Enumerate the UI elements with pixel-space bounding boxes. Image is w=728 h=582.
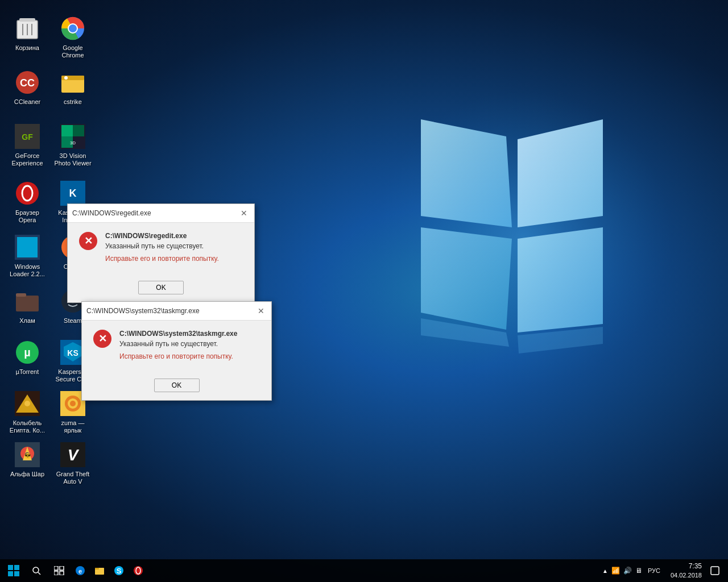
svg-rect-61	[8, 565, 13, 570]
explorer-icon	[94, 566, 105, 576]
taskbar-edge[interactable]: e	[71, 560, 90, 581]
utorrent-label: µTorrent	[16, 368, 39, 376]
opera-icon	[14, 180, 41, 207]
desktop-icon-kolybel[interactable]: КолыбельЕгипта. Ко...	[5, 386, 50, 438]
dialog-taskmgr-content: ✕ C:\WINDOWS\system32\taskmgr.exe Указан…	[82, 321, 271, 374]
3dvision-label: 3D VisionPhoto Viewer	[54, 152, 91, 167]
task-view-button[interactable]	[48, 559, 71, 582]
alfa-shar-label: Альфа Шар	[10, 471, 44, 478]
dialog-regedit-ok[interactable]: OK	[138, 281, 184, 294]
svg-rect-74	[95, 568, 99, 569]
taskbar-clock[interactable]: 7:35 04.02.2018	[666, 562, 706, 580]
clock-date: 04.02.2018	[671, 571, 702, 580]
desktop-icon-opera[interactable]: БраузерOpera	[5, 176, 50, 227]
svg-point-19	[64, 76, 68, 80]
edge-icon: e	[75, 566, 85, 576]
svg-text:KS: KS	[67, 348, 78, 357]
dialog-regedit-footer: OK	[68, 276, 254, 302]
dialog-regedit-close[interactable]: ✕	[238, 207, 250, 219]
tray-arrow[interactable]: ▲	[602, 568, 608, 574]
dialog-regedit-error: Указанный путь не существует.	[105, 242, 219, 250]
svg-text:CC: CC	[20, 77, 35, 89]
desktop-icon-cstrike[interactable]: cstrike	[50, 65, 96, 109]
desktop-icon-utorrent[interactable]: µ µTorrent	[5, 335, 50, 379]
svg-text:GF: GF	[22, 132, 33, 142]
desktop-icon-windows-loader[interactable]: WindowsLoader 2.2...	[5, 230, 50, 281]
geforce-icon: GF	[14, 123, 41, 150]
desktop-icon-geforce[interactable]: GF GeForceExperience	[5, 119, 50, 171]
notification-center[interactable]	[706, 559, 723, 582]
svg-text:K: K	[69, 188, 77, 199]
svg-line-66	[38, 572, 40, 575]
search-icon	[32, 566, 41, 575]
dialog-regedit-title: C:\WINDOWS\regedit.exe	[72, 209, 151, 217]
svg-rect-63	[8, 571, 13, 576]
opera-taskbar-icon	[133, 566, 143, 576]
svg-rect-69	[54, 571, 58, 575]
desktop-icon-ccleaner[interactable]: CC CCleaner	[5, 65, 50, 109]
dialog-regedit-content: ✕ C:\WINDOWS\regedit.exe Указанный путь …	[68, 223, 254, 276]
dialog-taskmgr-text: C:\WINDOWS\system32\taskmgr.exe Указанны…	[119, 330, 237, 365]
windows-start-icon	[8, 565, 19, 576]
dialog-taskmgr-footer: OK	[82, 374, 271, 400]
svg-point-65	[33, 567, 39, 573]
dialog-regedit-hint: Исправьте его и повторите попытку.	[105, 255, 219, 263]
dialog-taskmgr-filepath: C:\WINDOWS\system32\taskmgr.exe	[119, 330, 237, 338]
kolybel-icon	[14, 390, 41, 417]
desktop-icon-3dvision[interactable]: 3D 3D VisionPhoto Viewer	[50, 119, 96, 171]
dialog-taskmgr-close[interactable]: ✕	[255, 305, 267, 317]
kolybel-label: КолыбельЕгипта. Ко...	[10, 419, 45, 434]
dialog-taskmgr-titlebar: C:\WINDOWS\system32\taskmgr.exe ✕	[82, 302, 271, 321]
desktop-icon-hlam[interactable]: Хлам	[5, 284, 50, 328]
opera-label: БраузерOpera	[15, 209, 39, 224]
hlam-icon	[14, 288, 41, 315]
svg-marker-1	[421, 119, 512, 227]
svg-rect-32	[17, 237, 27, 247]
gta5-label: Grand TheftAuto V	[56, 471, 90, 485]
svg-point-49	[24, 401, 30, 406]
svg-point-14	[69, 24, 77, 32]
svg-text:S: S	[117, 567, 122, 575]
svg-rect-67	[54, 566, 58, 570]
steam-label: Steam	[64, 317, 82, 325]
recycle-bin-label: Корзина	[15, 44, 39, 52]
cstrike-label: cstrike	[64, 98, 82, 106]
svg-point-0	[375, 91, 671, 386]
dialog-taskmgr-ok[interactable]: OK	[154, 379, 200, 392]
svg-marker-3	[421, 227, 512, 330]
dialog-regedit: C:\WINDOWS\regedit.exe ✕ ✕ C:\WINDOWS\re…	[67, 203, 255, 303]
svg-rect-62	[14, 565, 19, 570]
taskbar-skype[interactable]: S	[109, 560, 129, 581]
start-button[interactable]	[2, 559, 25, 582]
svg-marker-5	[421, 318, 509, 347]
dialog-regedit-titlebar: C:\WINDOWS\regedit.exe ✕	[68, 204, 254, 223]
svg-text:µ: µ	[24, 346, 31, 359]
search-button[interactable]	[25, 559, 48, 582]
battery-icon: 🖥	[635, 567, 642, 575]
svg-rect-34	[17, 247, 27, 257]
taskbar-explorer[interactable]	[90, 560, 109, 581]
svg-rect-38	[16, 296, 39, 311]
svg-marker-2	[518, 119, 603, 227]
taskbar: e S ▲ 📶 🔊 🖥 РУС 7:35 04.02.2018	[0, 559, 728, 582]
taskbar-opera[interactable]	[129, 560, 148, 581]
dialog-regedit-filepath: C:\WINDOWS\regedit.exe	[105, 232, 219, 240]
chrome-label: GoogleChrome	[61, 44, 84, 59]
desktop-icon-gta5[interactable]: V Grand TheftAuto V	[50, 438, 96, 489]
svg-rect-35	[27, 247, 38, 257]
volume-icon[interactable]: 🔊	[623, 567, 632, 575]
dialog-regedit-text: C:\WINDOWS\regedit.exe Указанный путь не…	[105, 232, 219, 267]
desktop-icon-recycle-bin[interactable]: Корзина	[5, 11, 50, 55]
svg-marker-4	[518, 227, 603, 332]
desktop-icon-chrome[interactable]: GoogleChrome	[50, 11, 96, 63]
recycle-bin-icon	[14, 15, 41, 42]
taskbar-tray: ▲ 📶 🔊 🖥 РУС 7:35 04.02.2018	[599, 559, 726, 582]
clock-time: 7:35	[671, 562, 702, 571]
dialog-taskmgr: C:\WINDOWS\system32\taskmgr.exe ✕ ✕ C:\W…	[81, 301, 272, 401]
svg-rect-23	[61, 125, 73, 136]
dialog-taskmgr-hint: Исправьте его и повторите попытку.	[119, 352, 237, 360]
desktop-icon-alfa-shar[interactable]: 😎 Альфа Шар	[5, 438, 50, 481]
svg-rect-70	[60, 571, 64, 575]
svg-rect-39	[16, 293, 26, 297]
error-icon-taskmgr: ✕	[93, 330, 111, 348]
